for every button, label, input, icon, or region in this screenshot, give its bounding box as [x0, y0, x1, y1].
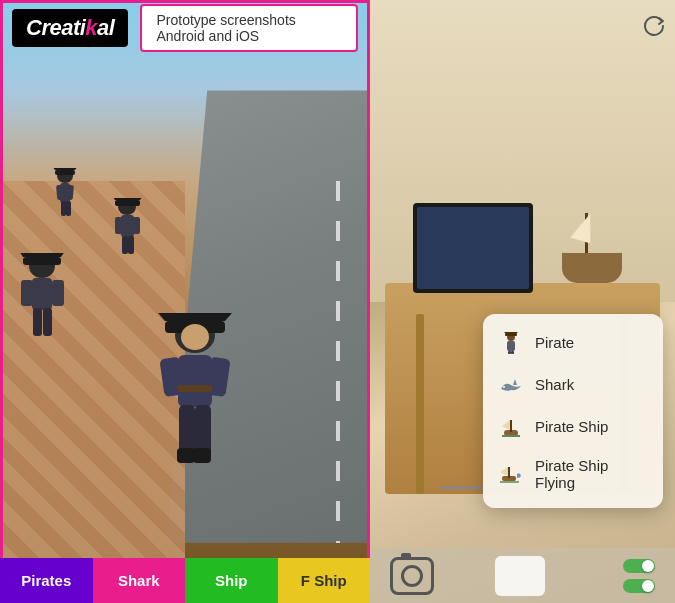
svg-rect-1: [55, 170, 75, 175]
nav-fship[interactable]: F Ship: [278, 558, 371, 603]
svg-rect-34: [193, 448, 211, 463]
svg-rect-11: [121, 215, 134, 237]
svg-marker-2: [52, 168, 78, 170]
dropdown-menu: Pirate Shark: [483, 314, 663, 508]
pirate-ship-label: Pirate Ship: [535, 418, 608, 435]
ship-model: [552, 213, 632, 283]
laptop-screen: [417, 207, 529, 289]
right-toolbar: [370, 548, 675, 603]
toggle-1[interactable]: [623, 559, 655, 573]
dropdown-item-shark[interactable]: Shark: [483, 364, 663, 406]
shark-icon: [499, 373, 523, 397]
nav-shark[interactable]: Shark: [93, 558, 186, 603]
pirate-figure-main: [150, 313, 240, 483]
white-square-button[interactable]: [495, 556, 545, 596]
bottom-nav: Pirates Shark Ship F Ship: [0, 558, 370, 603]
svg-rect-41: [511, 351, 514, 354]
desk-leg-left: [416, 314, 424, 495]
dropdown-item-pirate-ship[interactable]: Pirate Ship: [483, 406, 663, 448]
shark-label: Shark: [535, 376, 574, 393]
svg-rect-6: [61, 201, 66, 216]
svg-rect-21: [52, 280, 64, 306]
svg-rect-22: [33, 308, 42, 336]
ship-sail: [570, 213, 595, 243]
svg-rect-15: [128, 236, 134, 254]
nav-pirates-label: Pirates: [21, 572, 71, 589]
nav-ship[interactable]: Ship: [185, 558, 278, 603]
svg-rect-28: [178, 355, 212, 407]
pirate-figure-left: [15, 253, 70, 353]
svg-rect-13: [133, 217, 140, 234]
road-markings: [336, 181, 340, 543]
svg-marker-49: [500, 467, 508, 476]
left-panel: Creatikal Prototype screenshots Android …: [0, 0, 370, 603]
svg-rect-44: [510, 420, 512, 432]
svg-point-42: [503, 386, 505, 388]
svg-rect-48: [508, 467, 510, 478]
toggle-2[interactable]: [623, 579, 655, 593]
svg-rect-32: [195, 405, 211, 455]
svg-marker-45: [502, 420, 510, 430]
ar-scene-background: [0, 0, 370, 603]
svg-rect-14: [122, 236, 128, 254]
toggle-buttons: [605, 557, 655, 595]
header-overlay: Creatikal Prototype screenshots Android …: [0, 0, 370, 55]
pirate-figure-small-1: [50, 168, 80, 223]
nav-ship-label: Ship: [215, 572, 248, 589]
refresh-icon[interactable]: [643, 15, 665, 42]
logo-box: Creatikal: [12, 9, 128, 47]
pirate-ship-flying-label: Pirate Ship Flying: [535, 457, 647, 491]
camera-button[interactable]: [390, 557, 434, 595]
laptop: [413, 203, 533, 293]
dropdown-item-pirate-ship-flying[interactable]: Pirate Ship Flying: [483, 448, 663, 500]
title-text: Prototype screenshots Android and iOS: [156, 12, 295, 44]
svg-rect-9: [115, 200, 140, 206]
svg-rect-19: [32, 278, 52, 310]
svg-rect-40: [508, 351, 511, 354]
pirate-icon: [499, 331, 523, 355]
main-container: Creatikal Prototype screenshots Android …: [0, 0, 675, 603]
toggle-knob-1: [642, 560, 654, 572]
svg-rect-31: [179, 405, 195, 455]
ship-hull: [562, 253, 622, 283]
toggle-knob-2: [642, 580, 654, 592]
svg-point-27: [181, 324, 209, 350]
pirate-ship-flying-icon: [499, 462, 523, 486]
svg-rect-39: [507, 341, 515, 351]
svg-marker-26: [158, 313, 232, 321]
title-badge: Prototype screenshots Android and iOS: [140, 4, 358, 52]
toggle-row-1[interactable]: [623, 559, 655, 573]
svg-rect-12: [115, 217, 122, 234]
svg-marker-10: [112, 198, 143, 200]
svg-rect-33: [177, 448, 195, 463]
svg-rect-23: [43, 308, 52, 336]
logo-highlight: k: [85, 15, 97, 40]
nav-fship-label: F Ship: [301, 572, 347, 589]
svg-rect-20: [21, 280, 33, 306]
svg-rect-7: [66, 201, 71, 216]
pirate-label: Pirate: [535, 334, 574, 351]
toggle-row-2[interactable]: [623, 579, 655, 593]
pirate-figure-small-2: [110, 198, 145, 263]
svg-rect-35: [178, 385, 212, 392]
svg-marker-38: [503, 332, 519, 333]
dropdown-item-pirate[interactable]: Pirate: [483, 322, 663, 364]
ar-desk-background: Pirate Shark: [370, 0, 675, 603]
svg-marker-18: [19, 253, 65, 257]
svg-rect-37: [505, 333, 517, 336]
nav-pirates[interactable]: Pirates: [0, 558, 93, 603]
right-panel: Pirate Shark: [370, 0, 675, 603]
pirate-ship-icon: [499, 415, 523, 439]
logo-text: Creatikal: [26, 15, 114, 40]
svg-rect-17: [23, 257, 61, 265]
nav-shark-label: Shark: [118, 572, 160, 589]
